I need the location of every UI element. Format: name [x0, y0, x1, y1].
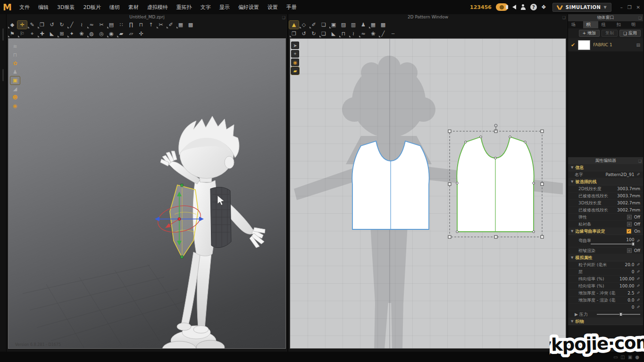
edit-icon[interactable]: ✎	[636, 239, 640, 244]
account-icon[interactable]	[520, 4, 526, 10]
segment-sew-icon[interactable]: ≈	[359, 30, 368, 38]
show-garment-icon[interactable]: ≋	[10, 42, 20, 51]
menu-item[interactable]: 编辑	[34, 2, 52, 13]
fabric-check-icon[interactable]: ✔	[571, 42, 575, 48]
edit-icon[interactable]: ✎	[636, 269, 640, 274]
selected-pattern-piece[interactable]	[170, 184, 198, 258]
rotate-cw-icon[interactable]: ↻	[309, 30, 318, 38]
edit-points-icon[interactable]: ◇	[299, 21, 309, 29]
move-gizmo-icon[interactable]: ✛	[17, 21, 27, 29]
rotate-cw-icon[interactable]: ↻	[57, 21, 67, 29]
rotate-ccw-icon[interactable]: ↺	[47, 21, 57, 29]
fabric-options-icon[interactable]: ▤	[636, 42, 640, 47]
tack-icon[interactable]: ⌖	[27, 30, 37, 38]
trace-icon[interactable]: ✐	[309, 21, 318, 29]
flatten-icon[interactable]: ◣	[329, 30, 338, 38]
checkbox-on[interactable]: ✔	[627, 229, 631, 234]
grid-large-icon[interactable]: ▩	[378, 21, 388, 29]
move-axis-icon[interactable]: ✣	[136, 30, 146, 38]
checkbox-off[interactable]: ▪	[627, 222, 632, 227]
menu-item[interactable]: 素材	[125, 2, 142, 13]
show-avatar-icon[interactable]: ♟	[10, 68, 20, 76]
tweak-tool-icon[interactable]: ⌖	[291, 50, 299, 58]
edit-icon[interactable]: ✎	[636, 277, 640, 281]
edit-icon[interactable]: ✎	[636, 262, 640, 267]
rotate-ccw-icon[interactable]: ↺	[299, 30, 309, 38]
stitch-flower-icon[interactable]: ❀	[368, 30, 378, 38]
menu-item[interactable]: 3D服装	[53, 2, 78, 13]
pattern-pair-back[interactable]	[456, 136, 535, 233]
pin-icon[interactable]: ⚐	[17, 30, 27, 38]
fabric-view-icon[interactable]: ▰	[291, 67, 299, 75]
sphere-c-icon[interactable]: ◉	[107, 30, 116, 38]
close-button[interactable]: ✕	[636, 5, 640, 10]
menu-item[interactable]: 2D板片	[79, 2, 104, 13]
object-tab[interactable]: 扣眼	[613, 21, 628, 28]
pose-icon[interactable]: ⚑	[8, 30, 17, 38]
measure-tape-icon[interactable]: ✂	[156, 21, 166, 29]
arrangement-board-icon[interactable]: ▤	[107, 21, 116, 29]
user-id[interactable]: 123456	[470, 4, 492, 10]
property-section-header[interactable]: ▼被选择的线	[568, 178, 643, 185]
select-tool-icon[interactable]: ➤	[291, 42, 299, 49]
shirt-icon[interactable]: ⊓	[339, 30, 348, 38]
pane-menu-icon[interactable]: ❏	[638, 15, 642, 22]
pane-menu-icon[interactable]: ❏	[638, 158, 642, 165]
monitor-b-icon[interactable]: ◫	[620, 354, 625, 360]
grid-small-icon[interactable]: ▦	[368, 21, 378, 29]
property-section-header[interactable]: ▼织物	[568, 318, 643, 325]
flatten-icon[interactable]: ◣	[47, 30, 57, 38]
property-section-header[interactable]: ▼边缘弯曲率设定✔On	[568, 228, 643, 235]
pants-icon[interactable]: ∏	[126, 21, 136, 29]
record-icon[interactable]: ●	[635, 354, 639, 360]
fabric-list-item[interactable]: ✔ FABRIC 1 ▤	[568, 38, 643, 51]
minimize-button[interactable]: –	[620, 5, 623, 10]
property-section-header[interactable]: ▼信息	[568, 164, 643, 171]
apply-fabric-button[interactable]: ❏应用	[619, 30, 641, 37]
mannequin-icon[interactable]: ♟	[359, 21, 368, 29]
checkbox-off[interactable]: ▪	[627, 248, 632, 253]
stitch-icon[interactable]: ✦	[67, 30, 76, 38]
menu-item[interactable]: 显示	[216, 2, 234, 13]
menu-item[interactable]: 虚拟模特	[143, 2, 172, 13]
2d-pattern-canvas[interactable]: ➤⌖◉▰	[290, 38, 566, 349]
detach-sew-icon[interactable]: ✂	[97, 21, 106, 29]
checkbox-off[interactable]: ▪	[627, 215, 632, 219]
3d-viewport[interactable]: ≋⊓✿♟▣◢☻◉	[8, 38, 286, 349]
menu-item[interactable]: 文件	[16, 2, 33, 13]
transform-tool-icon[interactable]: ▲	[289, 21, 299, 29]
edit-icon[interactable]: ✎	[636, 291, 640, 295]
transform-pattern-icon[interactable]: ❐	[37, 21, 47, 29]
line-tool-icon[interactable]: ╱	[378, 30, 388, 38]
stripe-tool-icon[interactable]: ▥	[349, 21, 358, 29]
object-tab[interactable]: 明线	[628, 21, 643, 28]
menu-item[interactable]: 文字	[197, 2, 215, 13]
sewing-wave-icon[interactable]: ≀	[77, 21, 86, 29]
restore-button[interactable]: ❐	[627, 5, 632, 10]
rotate-handle[interactable]	[494, 124, 497, 127]
pane-menu-icon[interactable]: ❏	[282, 15, 285, 20]
sphere-b-icon[interactable]: ◎	[97, 30, 106, 38]
menu-item[interactable]: 重拓扑	[173, 2, 196, 13]
show-globe-icon[interactable]: ◉	[10, 102, 20, 110]
pen-3d-icon[interactable]: ✐	[166, 21, 176, 29]
collapse-triangle-icon[interactable]: ▼	[571, 166, 573, 169]
object-tab[interactable]: 场景	[568, 21, 583, 28]
property-section-header[interactable]: ▼模拟属性	[568, 254, 643, 261]
collapse-triangle-icon[interactable]: ▼	[571, 320, 573, 323]
transform-pattern-icon[interactable]: ❐	[289, 30, 299, 38]
collapse-triangle-icon[interactable]: ▼	[571, 229, 573, 233]
copy-pattern-icon[interactable]: ❏	[319, 30, 328, 38]
free-sew-icon[interactable]: ≈	[87, 21, 96, 29]
monitor-c-icon[interactable]: ▣	[628, 354, 632, 360]
fabric-swatch[interactable]	[578, 40, 590, 50]
simulate-icon[interactable]: ◆	[8, 21, 17, 29]
grid-large-icon[interactable]: ▩	[186, 21, 195, 29]
show-shirt-icon[interactable]: ⊓	[10, 51, 20, 59]
object-tab[interactable]: 纽扣	[598, 21, 613, 28]
simulation-button[interactable]: SIMULATION ▼	[552, 3, 611, 12]
edit-icon[interactable]: ✎	[636, 284, 640, 288]
hammer-icon[interactable]: ✚	[37, 30, 47, 38]
audio-icon[interactable]	[512, 5, 516, 9]
edit-icon[interactable]: ✎	[636, 298, 640, 303]
